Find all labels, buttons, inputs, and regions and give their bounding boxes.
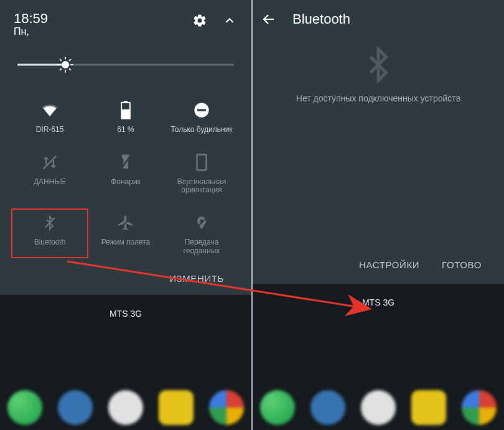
- app-whatsapp[interactable]: [7, 390, 42, 425]
- tile-data[interactable]: ДАННЫЕ: [14, 148, 86, 198]
- tile-dnd[interactable]: Только будильник: [166, 96, 238, 137]
- tile-label: Вертикальная ориентация: [167, 178, 236, 195]
- tile-label: 61 %: [117, 126, 134, 134]
- clock[interactable]: 18:59 Пн,: [14, 11, 48, 37]
- app-raiffeisen[interactable]: [411, 390, 446, 425]
- tile-label: Режим полета: [101, 238, 151, 247]
- svg-line-6: [69, 68, 71, 70]
- app-drawer[interactable]: [108, 390, 143, 425]
- time-text: 18:59: [14, 11, 48, 26]
- app-chrome[interactable]: [209, 390, 244, 425]
- app-contacts[interactable]: [310, 390, 345, 425]
- carrier-label: MTS 3G: [110, 309, 142, 319]
- bluetooth-large-icon: [360, 46, 397, 83]
- home-area-left: MTS 3G: [0, 295, 251, 430]
- done-button[interactable]: ГОТОВО: [442, 259, 482, 270]
- dnd-icon: [191, 100, 212, 121]
- tile-label: Фонарик: [111, 178, 141, 187]
- day-text: Пн,: [14, 26, 48, 37]
- status-bar: 18:59 Пн,: [11, 6, 240, 39]
- carrier-label: MTS 3G: [362, 297, 394, 307]
- tile-rotation[interactable]: Вертикальная ориентация: [166, 148, 238, 198]
- svg-rect-11: [121, 109, 130, 118]
- location-icon: [191, 212, 212, 233]
- bluetooth-header: Bluetooth: [253, 0, 504, 35]
- page-title: Bluetooth: [292, 11, 350, 27]
- tile-wifi[interactable]: DIR-615: [14, 96, 86, 137]
- quick-tiles-grid: DIR-615 61 % Только будильник: [11, 87, 240, 264]
- settings-button[interactable]: НАСТРОЙКИ: [359, 259, 419, 270]
- edit-button[interactable]: ИЗМЕНИТЬ: [169, 273, 224, 284]
- bluetooth-body: Нет доступных подключенных устройств НАС…: [253, 35, 504, 284]
- svg-line-5: [60, 59, 62, 61]
- airplane-icon: [115, 212, 136, 233]
- back-icon[interactable]: [261, 12, 276, 27]
- app-dock: [253, 385, 504, 430]
- app-drawer[interactable]: [361, 390, 396, 425]
- svg-rect-16: [197, 154, 207, 170]
- flashlight-icon: [115, 152, 136, 173]
- tile-label: Передача геоданных: [167, 238, 236, 256]
- app-chrome[interactable]: [462, 390, 497, 425]
- slider-thumb[interactable]: [56, 55, 75, 74]
- empty-message: Нет доступных подключенных устройств: [296, 93, 460, 103]
- rotation-icon: [191, 152, 212, 173]
- tile-battery[interactable]: 61 %: [90, 96, 162, 137]
- tile-location[interactable]: Передача геоданных: [166, 208, 238, 258]
- tile-flashlight[interactable]: Фонарик: [90, 148, 162, 198]
- home-area-right: MTS 3G: [253, 284, 504, 430]
- svg-rect-13: [197, 109, 206, 111]
- svg-line-7: [60, 68, 62, 70]
- wifi-icon: [39, 100, 60, 121]
- app-contacts[interactable]: [58, 390, 93, 425]
- app-whatsapp[interactable]: [260, 390, 295, 425]
- quick-settings-screen: 18:59 Пн,: [0, 0, 253, 430]
- tile-label: Только будильник: [170, 126, 232, 134]
- tile-bluetooth[interactable]: Bluetooth: [11, 208, 88, 258]
- collapse-icon[interactable]: [222, 12, 238, 29]
- data-icon: [39, 152, 60, 173]
- bluetooth-icon: [39, 212, 60, 233]
- svg-line-8: [69, 59, 71, 61]
- bluetooth-settings-screen: Bluetooth Нет доступных подключенных уст…: [253, 0, 504, 430]
- tile-label: DIR-615: [36, 126, 64, 134]
- tile-label: Bluetooth: [34, 238, 66, 247]
- tile-airplane[interactable]: Режим полета: [90, 208, 162, 258]
- svg-point-0: [62, 62, 68, 68]
- tile-label: ДАННЫЕ: [34, 178, 66, 187]
- brightness-slider[interactable]: [17, 57, 234, 72]
- app-dock: [0, 385, 251, 430]
- app-raiffeisen[interactable]: [159, 390, 194, 425]
- settings-icon[interactable]: [192, 12, 208, 29]
- battery-icon: [115, 100, 136, 121]
